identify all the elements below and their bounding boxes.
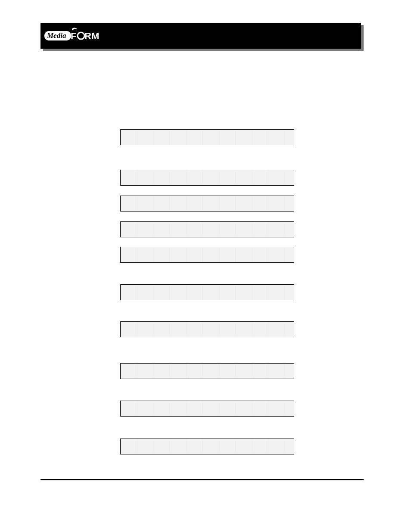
- lcd-row-9: [120, 401, 294, 417]
- lcd-row-1: [120, 129, 294, 145]
- lcd-row-7: [120, 321, 294, 337]
- header-bar: Media F RM: [40, 23, 361, 49]
- lcd-row-10: [120, 439, 294, 454]
- mediaform-logo-svg: Media F RM: [44, 27, 100, 44]
- lcd-row-4: [120, 221, 294, 237]
- lcd-row-5: [120, 247, 294, 263]
- svg-point-3: [78, 32, 84, 39]
- page: Media F RM: [0, 0, 411, 532]
- mediaform-logo: Media F RM: [44, 27, 100, 45]
- svg-text:RM: RM: [84, 31, 99, 41]
- lcd-row-3: [120, 196, 294, 212]
- lcd-row-6: [120, 284, 294, 300]
- svg-text:F: F: [71, 31, 76, 41]
- lcd-row-2: [120, 170, 294, 186]
- footer-rule: [40, 479, 364, 480]
- svg-text:Media: Media: [47, 31, 66, 40]
- lcd-row-8: [120, 363, 294, 379]
